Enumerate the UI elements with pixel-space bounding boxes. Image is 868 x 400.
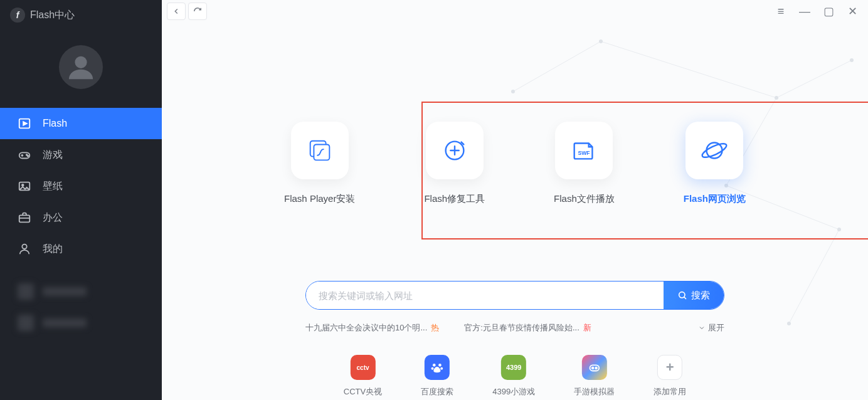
news-text: 官方:元旦春节疫情传播风险始... bbox=[464, 322, 579, 334]
svg-line-10 bbox=[776, 60, 852, 98]
sidebar-item-label: 游戏 bbox=[43, 149, 63, 162]
news-tag-new: 新 bbox=[583, 322, 591, 334]
sidebar-item-office[interactable]: 办公 bbox=[0, 202, 162, 233]
quick-simulator[interactable]: 手游模拟器 bbox=[574, 355, 615, 397]
sidebar-extra bbox=[0, 283, 162, 331]
sidebar-item-mine[interactable]: 我的 bbox=[0, 233, 162, 265]
svg-line-13 bbox=[789, 229, 839, 324]
minimize-icon: — bbox=[799, 5, 810, 18]
sidebar-nav: Flash 游戏 壁纸 办公 我的 bbox=[0, 108, 162, 265]
tile-label: Flash网页浏览 bbox=[684, 193, 746, 205]
search-input[interactable] bbox=[306, 282, 664, 309]
svg-point-16 bbox=[775, 96, 778, 100]
maximize-icon: ▢ bbox=[823, 4, 834, 18]
user-silhouette-icon bbox=[66, 53, 95, 82]
flash-logo-icon: f bbox=[10, 8, 25, 23]
search-button[interactable]: 搜索 bbox=[664, 282, 724, 309]
maximize-button[interactable]: ▢ bbox=[818, 3, 839, 20]
baidu-icon bbox=[425, 355, 450, 380]
g4399-icon: 4399 bbox=[501, 355, 526, 380]
quick-label: 百度搜索 bbox=[421, 386, 453, 397]
avatar[interactable] bbox=[59, 45, 103, 89]
svg-point-26 bbox=[707, 143, 722, 159]
svg-point-8 bbox=[22, 245, 26, 249]
tile-flash-install[interactable]: Flash Player安装 bbox=[284, 122, 355, 205]
quick-label: 添加常用 bbox=[654, 386, 686, 397]
svg-line-9 bbox=[601, 41, 776, 98]
tile-flash-repair[interactable]: Flash修复工具 bbox=[424, 122, 485, 205]
svg-point-15 bbox=[599, 39, 603, 43]
back-button[interactable] bbox=[167, 3, 186, 20]
quick-label: 4399小游戏 bbox=[492, 386, 535, 397]
svg-point-0 bbox=[75, 56, 87, 68]
main-area: ≡ — ▢ ✕ Flash Player安装 bbox=[162, 0, 868, 400]
svg-point-31 bbox=[431, 367, 434, 370]
minimize-button[interactable]: — bbox=[794, 3, 815, 20]
svg-point-30 bbox=[439, 364, 442, 367]
svg-point-20 bbox=[787, 322, 791, 325]
svg-point-28 bbox=[679, 292, 685, 298]
tile-label: Flash修复工具 bbox=[424, 193, 485, 205]
tile-label: Flash Player安装 bbox=[284, 193, 355, 205]
refresh-icon bbox=[193, 7, 202, 16]
search-icon bbox=[677, 290, 687, 300]
svg-point-34 bbox=[592, 367, 594, 369]
picture-icon bbox=[18, 179, 31, 193]
news-text: 十九届六中全会决议中的10个明... bbox=[305, 322, 427, 334]
simulator-icon bbox=[582, 355, 607, 380]
quick-add[interactable]: + 添加常用 bbox=[654, 355, 686, 397]
search-bar: 搜索 bbox=[305, 281, 724, 310]
sidebar: f Flash中心 Flash 游戏 壁纸 办公 bbox=[0, 0, 162, 400]
chevron-left-icon bbox=[172, 7, 181, 16]
tile-flash-play[interactable]: SWF Flash文件播放 bbox=[554, 122, 615, 205]
svg-line-14 bbox=[513, 41, 601, 92]
svg-rect-33 bbox=[590, 365, 599, 371]
app-logo-row: f Flash中心 bbox=[0, 0, 162, 30]
gamepad-icon bbox=[18, 148, 31, 162]
tile-flash-browser[interactable]: Flash网页浏览 bbox=[684, 122, 746, 205]
expand-label: 展开 bbox=[708, 322, 724, 334]
planet-browser-icon bbox=[700, 136, 729, 165]
svg-text:SWF: SWF bbox=[578, 150, 590, 156]
svg-point-29 bbox=[433, 364, 436, 367]
sidebar-item-wallpaper[interactable]: 壁纸 bbox=[0, 171, 162, 202]
sidebar-extra-item[interactable] bbox=[18, 315, 144, 331]
sidebar-item-games[interactable]: 游戏 bbox=[0, 139, 162, 171]
news-row: 十九届六中全会决议中的10个明... 热 官方:元旦春节疫情传播风险始... 新… bbox=[305, 322, 724, 334]
content: Flash Player安装 Flash修复工具 SWF Flash文件播放 F… bbox=[162, 23, 868, 400]
news-item[interactable]: 官方:元旦春节疫情传播风险始... 新 bbox=[464, 322, 591, 334]
sidebar-item-label: 我的 bbox=[43, 243, 63, 256]
quick-4399[interactable]: 4399 4399小游戏 bbox=[492, 355, 535, 397]
quick-links: cctv CCTV央视 百度搜索 4399 4399小游戏 手游模拟器 + bbox=[344, 355, 686, 397]
sidebar-item-label: 壁纸 bbox=[43, 180, 63, 193]
news-tag-hot: 热 bbox=[431, 322, 439, 334]
quick-label: 手游模拟器 bbox=[574, 386, 615, 397]
quick-baidu[interactable]: 百度搜索 bbox=[421, 355, 453, 397]
svg-point-27 bbox=[701, 141, 728, 160]
sidebar-extra-item[interactable] bbox=[18, 283, 144, 300]
svg-point-17 bbox=[850, 58, 854, 62]
svg-point-35 bbox=[595, 367, 597, 369]
sidebar-item-flash[interactable]: Flash bbox=[0, 108, 162, 139]
hamburger-icon: ≡ bbox=[778, 5, 785, 18]
svg-point-21 bbox=[511, 90, 515, 93]
cctv-icon: cctv bbox=[351, 355, 376, 380]
svg-rect-23 bbox=[314, 144, 329, 160]
app-title: Flash中心 bbox=[30, 9, 75, 22]
sidebar-item-label: 办公 bbox=[43, 211, 63, 224]
play-box-icon bbox=[18, 117, 31, 130]
titlebar: ≡ — ▢ ✕ bbox=[162, 0, 868, 23]
svg-rect-7 bbox=[19, 215, 30, 222]
menu-button[interactable]: ≡ bbox=[770, 3, 791, 20]
news-item[interactable]: 十九届六中全会决议中的10个明... 热 bbox=[305, 322, 439, 334]
quick-cctv[interactable]: cctv CCTV央视 bbox=[344, 355, 382, 397]
news-expand[interactable]: 展开 bbox=[698, 322, 724, 334]
quick-label: CCTV央视 bbox=[344, 386, 382, 397]
tile-label: Flash文件播放 bbox=[554, 193, 615, 205]
close-button[interactable]: ✕ bbox=[842, 3, 863, 20]
chevron-down-icon bbox=[698, 324, 706, 332]
svg-point-4 bbox=[28, 155, 29, 157]
refresh-button[interactable] bbox=[188, 3, 207, 20]
plus-icon: + bbox=[657, 355, 682, 380]
svg-point-6 bbox=[22, 184, 24, 186]
